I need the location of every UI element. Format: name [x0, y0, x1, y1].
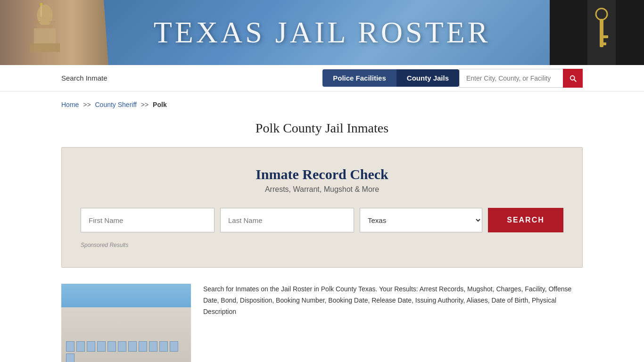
- state-select[interactable]: AlabamaAlaskaArizonaArkansasCaliforniaCo…: [360, 208, 482, 232]
- first-name-input[interactable]: [81, 208, 215, 232]
- navbar: Search Inmate Police Facilities County J…: [0, 65, 644, 91]
- breadcrumb-current: Polk: [153, 101, 167, 108]
- svg-point-0: [37, 5, 53, 26]
- bottom-description: Search for Inmates on the Jail Roster in…: [203, 284, 583, 362]
- window-12: [66, 354, 74, 362]
- banner-title: Texas Jail Roster: [154, 15, 491, 50]
- svg-rect-3: [30, 43, 60, 52]
- sky-decoration: [61, 284, 191, 310]
- window-2: [76, 341, 85, 352]
- window-9: [149, 341, 157, 352]
- building-body-decoration: [61, 307, 191, 362]
- bottom-section: Search for Inmates on the Jail Roster in…: [0, 279, 644, 362]
- building-image: [61, 284, 191, 362]
- last-name-input[interactable]: [220, 208, 354, 232]
- search-icon: [569, 74, 577, 82]
- facility-search-button[interactable]: [563, 69, 583, 88]
- search-box-subtitle: Arrests, Warrant, Mugshot & More: [81, 185, 563, 194]
- sponsored-label: Sponsored Results: [81, 242, 563, 248]
- facility-search-input[interactable]: [459, 69, 563, 88]
- police-facilities-button[interactable]: Police Facilities: [322, 69, 396, 87]
- breadcrumb-county-sheriff[interactable]: County Sheriff: [95, 101, 137, 108]
- breadcrumb-sep2: >>: [141, 101, 149, 108]
- capitol-dome-icon: [26, 2, 64, 54]
- building-windows: [66, 341, 186, 362]
- search-button[interactable]: SEARCH: [488, 208, 563, 232]
- keys-decoration: [550, 0, 644, 65]
- svg-rect-13: [600, 42, 606, 45]
- window-1: [66, 341, 74, 352]
- svg-point-5: [40, 3, 42, 5]
- search-form-row: AlabamaAlaskaArizonaArkansasCaliforniaCo…: [81, 208, 563, 232]
- window-10: [159, 341, 168, 352]
- nav-buttons: Police Facilities County Jails: [322, 69, 583, 88]
- search-box-container: Inmate Record Check Arrests, Warrant, Mu…: [61, 147, 583, 268]
- breadcrumb-sep1: >>: [83, 101, 91, 108]
- breadcrumb-home[interactable]: Home: [61, 101, 79, 108]
- window-6: [118, 341, 126, 352]
- window-8: [139, 341, 147, 352]
- page-title: Polk County Jail Inmates: [0, 113, 644, 147]
- breadcrumb: Home >> County Sheriff >> Polk: [0, 91, 644, 113]
- window-3: [87, 341, 95, 352]
- svg-rect-4: [41, 5, 42, 17]
- search-inmate-label: Search Inmate: [61, 74, 107, 82]
- window-4: [97, 341, 106, 352]
- svg-rect-1: [37, 25, 53, 28]
- window-7: [128, 341, 137, 352]
- header-banner: Texas Jail Roster: [0, 0, 644, 65]
- search-box-title: Inmate Record Check: [81, 166, 563, 182]
- svg-rect-12: [600, 35, 608, 38]
- window-5: [107, 341, 116, 352]
- county-jails-button[interactable]: County Jails: [396, 69, 459, 87]
- window-11: [170, 341, 178, 352]
